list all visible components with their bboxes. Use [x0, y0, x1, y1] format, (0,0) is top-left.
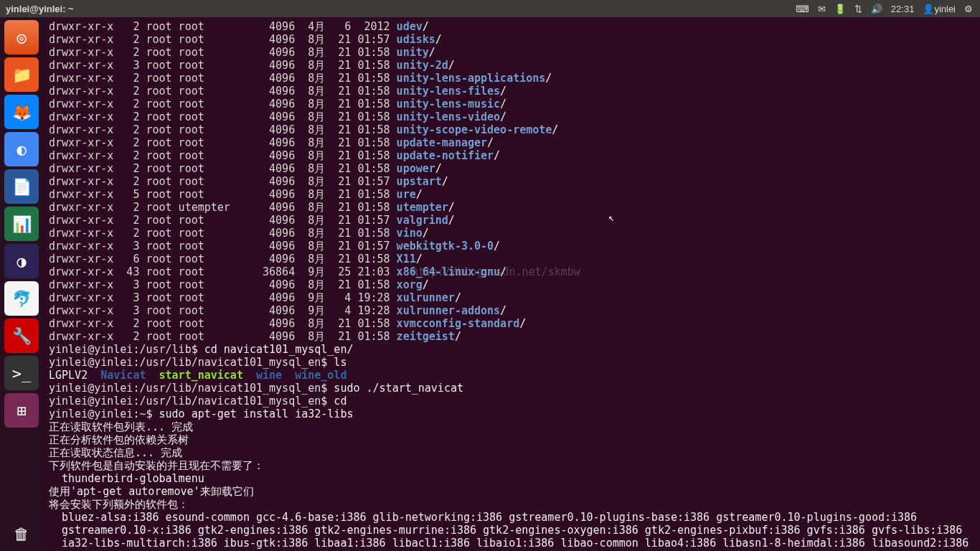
terminal-window[interactable]: drwxr-xr-x 2 root root 4096 4月 6 2012 ud…	[44, 17, 980, 551]
settings-icon[interactable]: 🔧	[4, 319, 39, 353]
user-menu[interactable]: 👤 yinlei	[923, 4, 956, 14]
terminal-output: drwxr-xr-x 2 root root 4096 4月 6 2012 ud…	[44, 17, 980, 551]
chromium-icon[interactable]: ◐	[4, 132, 39, 166]
mouse-cursor: ↖	[608, 212, 614, 223]
network-icon[interactable]: ⇅	[854, 4, 862, 14]
terminal-icon[interactable]: >_	[4, 356, 39, 390]
window-title: yinlei@yinlei: ~	[0, 4, 80, 14]
gear-icon[interactable]: ⚙	[964, 4, 973, 14]
volume-icon[interactable]: 🔊	[871, 4, 882, 14]
battery-icon[interactable]: 🔋	[834, 4, 846, 14]
mail-icon[interactable]: ✉	[818, 4, 826, 14]
watermark-text: http://blog.csdn.net/skmbw	[412, 265, 580, 278]
nautilus-icon[interactable]: 📁	[4, 57, 39, 92]
unity-launcher: ◎ 📁 🦊 ◐ 📄 📊 ◑ 🐬 🔧 >_ ⊞ 🗑	[0, 17, 43, 551]
dash-icon[interactable]: ◎	[4, 20, 39, 55]
writer-icon[interactable]: 📄	[4, 169, 39, 204]
firefox-icon[interactable]: 🦊	[4, 95, 39, 129]
calc-icon[interactable]: 📊	[4, 207, 39, 241]
eclipse-icon[interactable]: ◑	[4, 244, 39, 278]
indicator-area: ⌨ ✉ 🔋 ⇅ 🔊 22:31 👤 yinlei ⚙	[796, 4, 980, 14]
clock-text[interactable]: 22:31	[891, 4, 915, 14]
keyboard-icon[interactable]: ⌨	[796, 4, 809, 14]
mysql-workbench-icon[interactable]: 🐬	[4, 281, 39, 316]
workspace-icon[interactable]: ⊞	[4, 393, 39, 428]
trash-icon[interactable]: 🗑	[4, 517, 39, 551]
menu-bar: yinlei@yinlei: ~ ⌨ ✉ 🔋 ⇅ 🔊 22:31 👤 yinle…	[0, 0, 980, 17]
